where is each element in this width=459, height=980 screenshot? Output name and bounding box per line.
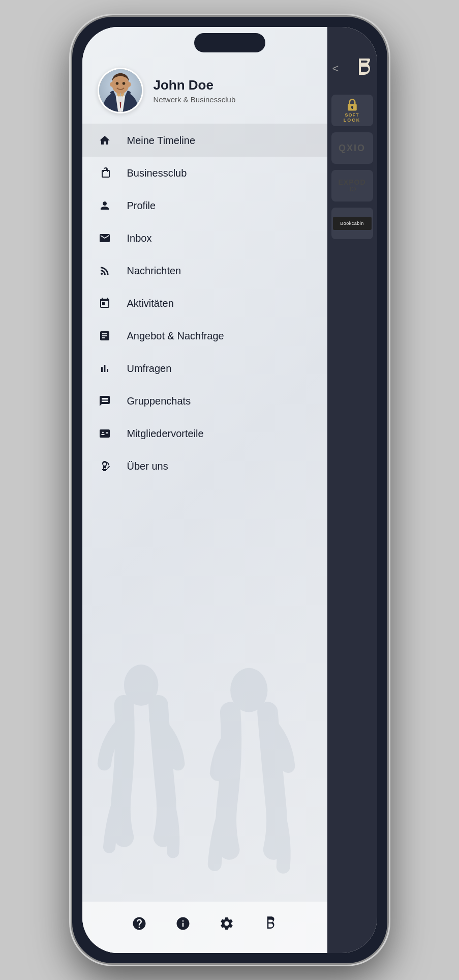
briefcase-icon <box>98 166 112 180</box>
svg-point-12 <box>101 273 103 275</box>
svg-point-9 <box>122 82 125 85</box>
menu-item-businessclub[interactable]: Businessclub <box>82 157 327 189</box>
anchor-icon <box>98 459 112 473</box>
svg-point-8 <box>115 82 118 85</box>
svg-point-7 <box>127 82 131 87</box>
menu-label-ueber: Über uns <box>127 460 168 472</box>
menu-item-ueber[interactable]: Über uns <box>82 450 327 482</box>
logo-card-softlock[interactable]: Soft LOCK <box>331 95 373 126</box>
brand-logo-right <box>357 57 372 79</box>
logo-card-expod[interactable]: EXPOD .IO <box>331 170 373 201</box>
menu-label-timeline: Meine Timeline <box>127 135 196 147</box>
menu-list: Meine Timeline Businessclub <box>82 124 327 902</box>
softlock-text2: LOCK <box>344 118 361 123</box>
help-button[interactable] <box>130 914 148 933</box>
mail-icon <box>98 231 112 245</box>
person-icon <box>98 198 112 213</box>
phone-notch <box>194 33 265 52</box>
home-icon <box>98 133 112 148</box>
logo-card-qxio[interactable]: QXIO <box>331 132 373 164</box>
menu-label-gruppenchats: Gruppenchats <box>127 395 191 407</box>
chat-icon <box>98 394 112 408</box>
settings-button[interactable] <box>218 914 236 933</box>
menu-item-inbox[interactable]: Inbox <box>82 222 327 254</box>
profile-subtitle: Netwerk & Businessclub <box>154 95 236 104</box>
menu-item-angebot[interactable]: Angebot & Nachfrage <box>82 320 327 352</box>
menu-label-profile: Profile <box>127 200 156 212</box>
profile-info: John Doe Netwerk & Businessclub <box>154 77 236 104</box>
avatar <box>98 68 143 113</box>
menu-label-businessclub: Businessclub <box>127 167 187 179</box>
menu-item-gruppenchats[interactable]: Gruppenchats <box>82 385 327 417</box>
right-panel: < <box>327 27 377 953</box>
menu-item-nachrichten[interactable]: Nachrichten <box>82 254 327 287</box>
menu-item-aktivitaeten[interactable]: Aktivitäten <box>82 287 327 320</box>
menu-label-inbox: Inbox <box>127 233 152 244</box>
rss-icon <box>98 264 112 278</box>
softlock-logo: Soft LOCK <box>344 98 361 123</box>
menu-label-aktivitaeten: Aktivitäten <box>127 298 174 309</box>
menu-label-nachrichten: Nachrichten <box>127 265 181 277</box>
id-card-icon <box>98 426 112 441</box>
profile-name: John Doe <box>154 77 236 93</box>
right-header: < <box>327 27 377 90</box>
menu-item-timeline[interactable]: Meine Timeline <box>82 124 327 157</box>
info-button[interactable] <box>174 914 192 933</box>
logo-cards-list: Soft LOCK QXIO EXPOD .IO <box>327 90 377 244</box>
bookcabin-logo: Bookcabin <box>333 217 372 230</box>
bottom-bar <box>82 902 327 953</box>
expod-text2: .IO <box>348 186 356 193</box>
chart-icon <box>98 361 112 376</box>
phone-frame: John Doe Netwerk & Businessclub Meine Ti… <box>72 17 387 963</box>
logo-card-bookcabin[interactable]: Bookcabin <box>331 208 373 239</box>
back-button[interactable]: < <box>332 62 339 75</box>
menu-item-mitglieder[interactable]: Mitgliedervorteile <box>82 417 327 450</box>
board-icon <box>98 329 112 343</box>
calendar-icon <box>98 296 112 310</box>
svg-rect-15 <box>351 107 353 109</box>
expod-text1: EXPOD <box>338 179 365 186</box>
menu-label-umfragen: Umfragen <box>127 363 172 374</box>
qxio-logo: QXIO <box>339 143 365 154</box>
menu-item-profile[interactable]: Profile <box>82 189 327 222</box>
drawer-menu: John Doe Netwerk & Businessclub Meine Ti… <box>82 27 327 953</box>
svg-point-6 <box>110 82 113 87</box>
menu-label-mitglieder: Mitgliedervorteile <box>127 428 204 440</box>
brand-logo-button[interactable] <box>261 914 280 933</box>
svg-rect-10 <box>118 96 123 102</box>
menu-label-angebot: Angebot & Nachfrage <box>127 330 224 342</box>
phone-screen: John Doe Netwerk & Businessclub Meine Ti… <box>82 27 377 953</box>
expod-logo: EXPOD .IO <box>338 179 365 193</box>
menu-item-umfragen[interactable]: Umfragen <box>82 352 327 385</box>
